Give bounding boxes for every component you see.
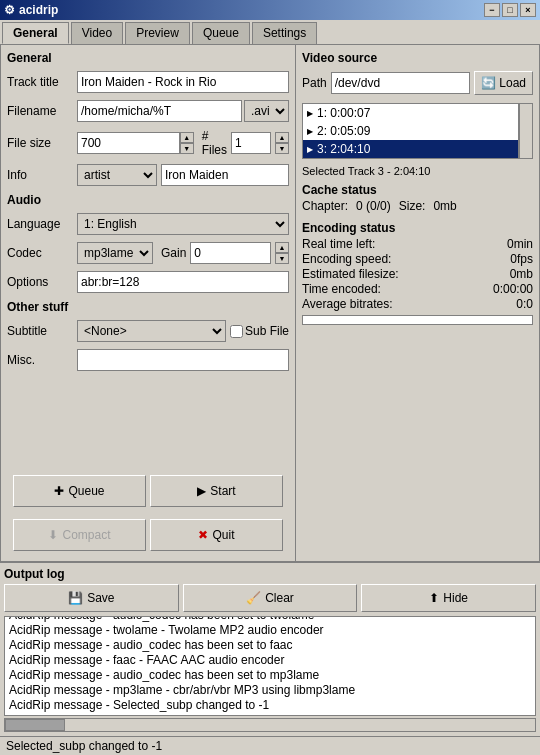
info-value-input[interactable]	[161, 164, 289, 186]
general-section-label: General	[7, 51, 289, 65]
files-input[interactable]	[231, 132, 271, 154]
cache-label: Cache status	[302, 183, 533, 197]
tab-settings[interactable]: Settings	[252, 22, 317, 44]
queue-button[interactable]: ✚ Queue	[13, 475, 146, 507]
load-button[interactable]: 🔄 Load	[474, 71, 533, 95]
selected-track-info: Selected Track 3 - 2:04:10	[302, 165, 533, 177]
output-log-label: Output log	[4, 567, 536, 581]
tabs-row: General Video Preview Queue Settings	[0, 20, 540, 44]
files-up-btn[interactable]: ▲	[275, 132, 289, 143]
track-label-3: 3: 2:04:10	[317, 142, 370, 156]
chapter-value: 0 (0/0)	[356, 199, 391, 213]
encoding-speed-row: Encoding speed: 0fps	[302, 252, 533, 266]
tab-video[interactable]: Video	[71, 22, 123, 44]
path-input[interactable]	[331, 72, 471, 94]
gain-up-btn[interactable]: ▲	[275, 242, 289, 253]
filename-row: Filename .avi	[7, 100, 289, 122]
encoding-speed-value: 0fps	[510, 252, 533, 266]
tab-preview[interactable]: Preview	[125, 22, 190, 44]
filesize-down-btn[interactable]: ▼	[180, 143, 194, 154]
filesize-input[interactable]	[77, 132, 180, 154]
path-row: Path 🔄 Load	[302, 71, 533, 95]
sub-file-check[interactable]	[230, 325, 243, 338]
save-icon: 💾	[68, 591, 83, 605]
filename-field: .avi	[77, 100, 289, 122]
other-stuff-label: Other stuff	[7, 300, 289, 314]
average-bitrates-row: Average bitrates: 0:0	[302, 297, 533, 311]
real-time-row: Real time left: 0min	[302, 237, 533, 251]
average-bitrates-label: Average bitrates:	[302, 297, 393, 311]
start-button[interactable]: ▶ Start	[150, 475, 283, 507]
options-field	[77, 271, 289, 293]
output-log-section: Output log 💾 Save 🧹 Clear ⬆ Hide AcidRip…	[0, 562, 540, 736]
misc-input[interactable]	[77, 349, 289, 371]
files-spinner-btns: ▲ ▼	[275, 132, 289, 154]
quit-button[interactable]: ✖ Quit	[150, 519, 283, 551]
encoding-label: Encoding status	[302, 221, 533, 235]
codec-field: mp3lame Gain ▲ ▼	[77, 242, 289, 264]
compact-button[interactable]: ⬇ Compact	[13, 519, 146, 551]
filesize-spinner: ▲ ▼	[77, 132, 194, 154]
filename-ext-select[interactable]: .avi	[244, 100, 289, 122]
save-button[interactable]: 💾 Save	[4, 584, 179, 612]
h-scrollbar[interactable]	[4, 718, 536, 732]
track-item-1[interactable]: ▶ 1: 0:00:07	[303, 104, 518, 122]
content-area: General Track title Filename .avi	[0, 44, 540, 562]
filesize-spinner-btns: ▲ ▼	[180, 132, 194, 154]
tab-queue[interactable]: Queue	[192, 22, 250, 44]
filename-input[interactable]	[77, 100, 242, 122]
log-area: AcidRip message - audio_codec has been s…	[4, 616, 536, 716]
files-down-btn[interactable]: ▼	[275, 143, 289, 154]
progress-bar	[302, 315, 533, 325]
path-label: Path	[302, 76, 327, 90]
quit-icon: ✖	[198, 528, 208, 542]
gain-input[interactable]	[190, 242, 271, 264]
maximize-button[interactable]: □	[502, 3, 518, 17]
filesize-up-btn[interactable]: ▲	[180, 132, 194, 143]
h-scrollbar-thumb	[5, 719, 65, 731]
log-line: AcidRip message - twolame - Twolame MP2 …	[9, 623, 531, 637]
track-list: ▶ 1: 0:00:07 ▶ 2: 0:05:09 ▶ 3: 2:04:10	[302, 103, 519, 159]
log-line: AcidRip message - Selected_subp changed …	[9, 698, 531, 712]
minimize-button[interactable]: −	[484, 3, 500, 17]
options-input[interactable]	[77, 271, 289, 293]
hide-icon: ⬆	[429, 591, 439, 605]
clear-button[interactable]: 🧹 Clear	[183, 584, 358, 612]
time-encoded-row: Time encoded: 0:00:00	[302, 282, 533, 296]
track-scrollbar[interactable]	[519, 103, 533, 159]
sub-file-checkbox: Sub File	[230, 324, 289, 338]
hide-button[interactable]: ⬆ Hide	[361, 584, 536, 612]
estimated-filesize-value: 0mb	[510, 267, 533, 281]
title-bar-controls: − □ ×	[484, 3, 536, 17]
track-item-2[interactable]: ▶ 2: 0:05:09	[303, 122, 518, 140]
real-time-label: Real time left:	[302, 237, 375, 251]
track-item-3[interactable]: ▶ 3: 2:04:10	[303, 140, 518, 158]
log-line: AcidRip message - audio_codec has been s…	[9, 616, 531, 622]
track-title-row: Track title	[7, 71, 289, 93]
time-encoded-value: 0:00:00	[493, 282, 533, 296]
sub-file-label: Sub File	[245, 324, 289, 338]
start-icon: ▶	[197, 484, 206, 498]
chapter-label: Chapter:	[302, 199, 348, 213]
files-row: # Files ▲ ▼	[202, 129, 289, 157]
info-type-select[interactable]: artist title year genre	[77, 164, 157, 186]
options-label: Options	[7, 275, 77, 289]
action-buttons: ✚ Queue ▶ Start	[7, 471, 289, 511]
subtitle-select[interactable]: <None>	[77, 320, 226, 342]
language-select[interactable]: 1: English	[77, 213, 289, 235]
encoding-speed-label: Encoding speed:	[302, 252, 391, 266]
scroll-area-bottom	[4, 718, 536, 732]
cache-row: Chapter: 0 (0/0) Size: 0mb	[302, 199, 533, 213]
log-line: AcidRip message - mp3lame - cbr/abr/vbr …	[9, 683, 531, 697]
codec-select[interactable]: mp3lame	[77, 242, 153, 264]
info-field: artist title year genre	[77, 164, 289, 186]
info-label: Info	[7, 168, 77, 182]
log-line: AcidRip message - audio_codec has been s…	[9, 668, 531, 682]
close-button[interactable]: ×	[520, 3, 536, 17]
track-title-input[interactable]	[77, 71, 289, 93]
main-container: General Video Preview Queue Settings Gen…	[0, 20, 540, 755]
track-label-2: 2: 0:05:09	[317, 124, 370, 138]
gain-down-btn[interactable]: ▼	[275, 253, 289, 264]
filesize-field: ▲ ▼ # Files ▲ ▼	[77, 129, 289, 157]
tab-general[interactable]: General	[2, 22, 69, 44]
